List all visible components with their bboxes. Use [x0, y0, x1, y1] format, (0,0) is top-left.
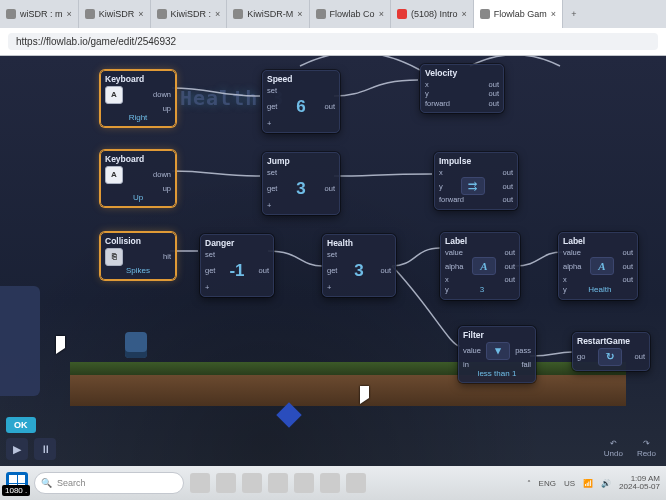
- node-keyboard-up[interactable]: Keyboard Adown up Up: [100, 150, 176, 207]
- port-get[interactable]: get: [267, 102, 277, 111]
- port-out[interactable]: out: [505, 275, 515, 284]
- tab-5[interactable]: (5108) Intro×: [391, 0, 474, 28]
- side-panel[interactable]: [0, 286, 40, 396]
- ok-button[interactable]: OK: [6, 417, 36, 433]
- node-label-2[interactable]: Label valueout alphaAout xout yHealth: [558, 232, 638, 300]
- node-restartgame[interactable]: RestartGame go↻out: [572, 332, 650, 371]
- port-value[interactable]: value: [463, 346, 481, 355]
- port-forward[interactable]: forward: [425, 99, 450, 108]
- taskview-icon[interactable]: [190, 473, 210, 493]
- close-icon[interactable]: ×: [138, 9, 143, 19]
- port-down[interactable]: down: [153, 170, 171, 179]
- node-danger[interactable]: Danger set get-1out +: [200, 234, 274, 297]
- port-fail[interactable]: fail: [521, 360, 531, 369]
- port-y[interactable]: y: [425, 89, 429, 98]
- port-add[interactable]: +: [205, 283, 209, 292]
- tab-2[interactable]: KiwiSDR :×: [151, 0, 228, 28]
- port-down[interactable]: down: [153, 90, 171, 99]
- port-out[interactable]: out: [635, 352, 645, 361]
- close-icon[interactable]: ×: [551, 9, 556, 19]
- chevron-up-icon[interactable]: ˄: [527, 479, 531, 488]
- port-value[interactable]: value: [563, 248, 581, 257]
- close-icon[interactable]: ×: [379, 9, 384, 19]
- port-x[interactable]: x: [445, 275, 449, 284]
- node-keyboard-right[interactable]: Keyboard Adown up Right: [100, 70, 176, 127]
- port-out[interactable]: out: [259, 266, 269, 275]
- port-get[interactable]: get: [267, 184, 277, 193]
- port-get[interactable]: get: [327, 266, 337, 275]
- port-out[interactable]: out: [325, 102, 335, 111]
- port-out[interactable]: out: [505, 262, 515, 271]
- app-icon[interactable]: [294, 473, 314, 493]
- node-impulse[interactable]: Impulse xout y⇉out forwardout: [434, 152, 518, 210]
- node-filter[interactable]: Filter value▾pass infail less than 1: [458, 326, 536, 383]
- port-y[interactable]: y: [563, 285, 567, 294]
- port-out[interactable]: out: [505, 248, 515, 257]
- tray-lang[interactable]: ENG: [539, 479, 556, 488]
- play-button[interactable]: ▶: [6, 438, 28, 460]
- port-hit[interactable]: hit: [163, 252, 171, 261]
- port-alpha[interactable]: alpha: [563, 262, 581, 271]
- store-icon[interactable]: [268, 473, 288, 493]
- tab-3[interactable]: KiwiSDR-M×: [227, 0, 309, 28]
- port-add[interactable]: +: [267, 119, 271, 128]
- port-value[interactable]: value: [445, 248, 463, 257]
- app-icon[interactable]: [346, 473, 366, 493]
- port-out[interactable]: out: [623, 275, 633, 284]
- port-out[interactable]: out: [489, 89, 499, 98]
- close-icon[interactable]: ×: [67, 9, 72, 19]
- volume-icon[interactable]: 🔊: [601, 479, 611, 488]
- port-add[interactable]: +: [327, 283, 331, 292]
- node-health[interactable]: Health set get3out +: [322, 234, 396, 297]
- tab-1[interactable]: KiwiSDR×: [79, 0, 151, 28]
- port-get[interactable]: get: [205, 266, 215, 275]
- port-forward[interactable]: forward: [439, 195, 464, 204]
- tray-clock[interactable]: 1:09 AM 2024-05-07: [619, 475, 660, 492]
- address-bar[interactable]: https://flowlab.io/game/edit/2546932: [8, 33, 658, 50]
- node-velocity[interactable]: Velocity xout yout forwardout: [420, 64, 504, 113]
- tab-0[interactable]: wiSDR : m×: [0, 0, 79, 28]
- port-out[interactable]: out: [623, 248, 633, 257]
- port-x[interactable]: x: [439, 168, 443, 177]
- close-icon[interactable]: ×: [461, 9, 466, 19]
- close-icon[interactable]: ×: [215, 9, 220, 19]
- node-speed[interactable]: Speed set get6out +: [262, 70, 340, 133]
- port-out[interactable]: out: [503, 182, 513, 191]
- port-out[interactable]: out: [325, 184, 335, 193]
- node-label-1[interactable]: Label valueout alphaAout xout y3: [440, 232, 520, 300]
- port-set[interactable]: set: [267, 86, 277, 95]
- port-y[interactable]: y: [439, 182, 443, 191]
- edge-icon[interactable]: [242, 473, 262, 493]
- close-icon[interactable]: ×: [297, 9, 302, 19]
- node-jump[interactable]: Jump set get3out +: [262, 152, 340, 215]
- port-out[interactable]: out: [381, 266, 391, 275]
- pause-button[interactable]: ⏸: [34, 438, 56, 460]
- wifi-icon[interactable]: 📶: [583, 479, 593, 488]
- port-out[interactable]: out: [489, 99, 499, 108]
- node-collision[interactable]: Collision ⎘hit Spikes: [100, 232, 176, 280]
- port-out[interactable]: out: [623, 262, 633, 271]
- port-y[interactable]: y: [445, 285, 449, 294]
- explorer-icon[interactable]: [216, 473, 236, 493]
- port-up[interactable]: up: [163, 184, 171, 193]
- port-pass[interactable]: pass: [515, 346, 531, 355]
- port-set[interactable]: set: [327, 250, 337, 259]
- port-x[interactable]: x: [425, 80, 429, 89]
- port-add[interactable]: +: [267, 201, 271, 210]
- port-set[interactable]: set: [205, 250, 215, 259]
- flowlab-canvas[interactable]: Health 3 Keyboard Adown up Right Keyboar…: [0, 56, 666, 466]
- undo-button[interactable]: ↶Undo: [604, 439, 623, 458]
- tab-6[interactable]: Flowlab Gam×: [474, 0, 563, 28]
- tab-4[interactable]: Flowlab Co×: [310, 0, 391, 28]
- new-tab-button[interactable]: +: [563, 0, 585, 28]
- port-alpha[interactable]: alpha: [445, 262, 463, 271]
- port-out[interactable]: out: [503, 168, 513, 177]
- taskbar-search[interactable]: 🔍 Search: [34, 472, 184, 494]
- port-go[interactable]: go: [577, 352, 585, 361]
- port-x[interactable]: x: [563, 275, 567, 284]
- start-button[interactable]: [6, 472, 28, 494]
- port-out[interactable]: out: [489, 80, 499, 89]
- system-tray[interactable]: ˄ ENG US 📶 🔊 1:09 AM 2024-05-07: [527, 475, 660, 492]
- port-set[interactable]: set: [267, 168, 277, 177]
- app-icon[interactable]: [320, 473, 340, 493]
